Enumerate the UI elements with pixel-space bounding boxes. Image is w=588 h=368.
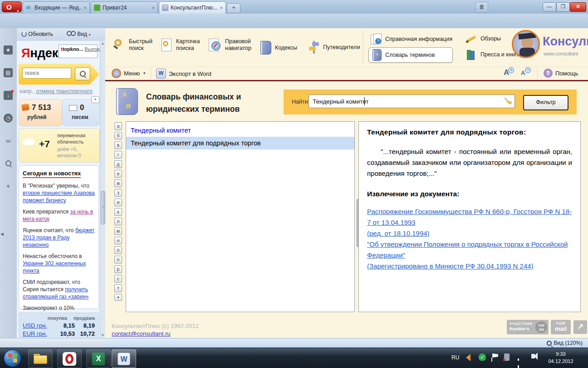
yandex-search-input[interactable] xyxy=(22,68,71,79)
scroll-down-icon[interactable]: ▼ xyxy=(100,333,105,338)
new-tab-button[interactable]: + xyxy=(227,3,240,13)
scroll-up-icon[interactable]: ▲ xyxy=(100,41,105,46)
news-link[interactable]: Украине 302 населенных пункта xyxy=(23,260,86,274)
alphabet-button-г[interactable]: г xyxy=(114,151,122,159)
opera-menu-button[interactable]: O▼ xyxy=(2,1,22,12)
money-widget[interactable]: 7 513 рублей xyxy=(19,99,62,126)
search-card-button[interactable]: Карточка поиска xyxy=(161,38,200,52)
alphabet-button-б[interactable]: б xyxy=(114,132,122,139)
start-button[interactable] xyxy=(4,349,21,367)
codes-button[interactable]: Кодексы xyxy=(260,41,297,55)
safely-remove-icon[interactable]: ✕ xyxy=(504,353,510,361)
find-input[interactable] xyxy=(309,94,515,108)
alphabet-button-ж[interactable]: ж xyxy=(114,179,122,187)
list-item-selected[interactable]: Тендерный комитет для подрядных торгов xyxy=(126,137,354,149)
help-button[interactable]: ? Помощь xyxy=(544,69,578,78)
excel-taskbar-button[interactable]: X xyxy=(86,349,111,368)
scrollbar-thumb[interactable]: ≡ xyxy=(101,191,105,224)
action-center-flag-icon[interactable] xyxy=(492,353,498,358)
alphabet-button-о[interactable]: о xyxy=(114,246,122,254)
top-mail-badge[interactable]: TOP mail xyxy=(551,320,571,334)
weather-widget[interactable]: +7 переменная облачность днём +5, вечеро… xyxy=(19,128,100,163)
list-item[interactable]: Тендерный комитет xyxy=(126,124,354,137)
alphabet-button-к[interactable]: к xyxy=(114,208,122,216)
speaker-icon[interactable] xyxy=(531,354,535,358)
tab-close-icon[interactable]: × xyxy=(152,5,155,10)
reference-info-button[interactable]: ? Справочная информация xyxy=(371,34,452,45)
alphabet-button-е[interactable]: е xyxy=(114,170,122,178)
contact-email-link[interactable]: contact@consultant.ru xyxy=(112,330,171,337)
minimize-button[interactable]: — xyxy=(543,2,556,12)
document-link[interactable]: (ред. от 18.10.1994) xyxy=(367,228,572,239)
close-button[interactable]: ✕ xyxy=(570,2,586,12)
alphabet-button-з[interactable]: з xyxy=(114,189,122,197)
collapse-panel-arrow[interactable]: ◀ xyxy=(0,232,4,236)
folder-icon xyxy=(34,354,47,364)
volume-mixer-icon[interactable] xyxy=(466,354,470,361)
history-icon[interactable]: ◷ xyxy=(4,114,13,123)
opera-taskbar-button[interactable] xyxy=(57,349,82,368)
font-decrease-button[interactable]: A − xyxy=(521,70,531,76)
alphabet-button-и[interactable]: и xyxy=(114,199,122,206)
hint-link[interactable]: отмена транспортного xyxy=(36,88,92,94)
export-word-button[interactable]: W Экспорт в Word xyxy=(156,69,211,79)
tab-privat24[interactable]: Приват24 × xyxy=(91,1,158,14)
clock[interactable]: 9:33 04.12.2012 xyxy=(540,350,582,365)
closed-tabs-trash-button[interactable]: 🗑 xyxy=(475,2,488,13)
restore-button[interactable]: ❐ xyxy=(556,2,570,12)
logout-link[interactable]: Выход xyxy=(85,46,100,52)
yandex-search-button[interactable] xyxy=(75,67,90,80)
explorer-taskbar-button[interactable] xyxy=(28,349,53,368)
refresh-button[interactable]: Обновить xyxy=(21,31,53,37)
username[interactable]: ttopkno... xyxy=(61,46,83,52)
language-indicator[interactable]: RU xyxy=(451,354,459,361)
rambler-top100-badge[interactable]: УЧАСТНИК Rambler's TOP 100 xyxy=(507,320,549,334)
panel-search-icon[interactable] xyxy=(4,159,13,168)
filter-button[interactable]: Фильтр xyxy=(523,95,568,110)
legal-navigator-button[interactable]: Правовой навигатор xyxy=(209,38,251,52)
alphabet-button-р[interactable]: р xyxy=(114,265,122,273)
alphabet-button-с[interactable]: с xyxy=(114,275,122,283)
document-link[interactable]: (Зарегистрировано в Минюсте РФ 30.04.199… xyxy=(367,261,572,272)
alphabet-button-а[interactable]: а xyxy=(114,122,122,130)
menu-button[interactable]: Меню ▼ xyxy=(112,69,146,78)
view-menu-button[interactable]: Вид ▾ xyxy=(67,31,90,37)
download-manager-icon[interactable]: ✓ xyxy=(479,353,486,361)
links-icon[interactable]: ∞ xyxy=(4,136,13,145)
alphabet-button-п[interactable]: п xyxy=(114,256,122,264)
currency-link[interactable]: USD грн. xyxy=(23,322,55,329)
word-taskbar-button[interactable]: W xyxy=(112,349,136,368)
panel-scrollbar[interactable]: ▲ ≡ ▼ xyxy=(100,41,105,338)
alphabet-button-н[interactable]: н xyxy=(114,237,122,244)
alphabet-button-д[interactable]: д xyxy=(114,160,122,168)
mail-widget[interactable]: 0 писем xyxy=(62,99,99,126)
clear-broom-icon[interactable] xyxy=(505,97,513,106)
font-increase-button[interactable]: A + xyxy=(504,68,514,77)
document-link[interactable]: "Об утверждении Положения о подрядных то… xyxy=(367,239,572,261)
document-link[interactable]: Распоряжение Госкомимущества РФ N 660-р,… xyxy=(367,206,572,228)
tab-close-icon[interactable]: × xyxy=(84,5,87,10)
bookmarks-icon[interactable]: ★ xyxy=(4,45,13,55)
news-link[interactable]: второе пришествие Азарова поможет бизнес… xyxy=(23,190,95,204)
alphabet-button-в[interactable]: в xyxy=(114,141,122,149)
notes-icon[interactable]: ▤ xyxy=(4,68,13,77)
press-books-button[interactable]: Пресса и книги xyxy=(466,49,520,60)
alphabet-button-л[interactable]: л xyxy=(114,218,122,225)
alphabet-button-м[interactable]: м xyxy=(114,227,122,235)
tab-close-icon[interactable]: × xyxy=(220,5,223,10)
guides-button[interactable]: Путеводители xyxy=(309,41,360,54)
currency-link[interactable]: EUR грн. xyxy=(23,330,55,337)
reviews-button[interactable]: Обзоры xyxy=(466,34,501,44)
downloads-icon[interactable]: ↓ xyxy=(4,91,13,100)
widget-dropdown-button[interactable]: ▾ xyxy=(91,96,99,103)
quick-search-button[interactable]: Быстрый поиск xyxy=(113,38,152,52)
tab-consultant[interactable]: КонсультантПлю... × xyxy=(159,1,226,14)
tab-mail[interactable]: ✉ Входящие — Янд... × xyxy=(23,1,90,14)
network-signal-icon[interactable] xyxy=(518,354,519,368)
alphabet-button-т[interactable]: т xyxy=(114,284,122,292)
dictionary-terms-button[interactable]: А Словарь терминов xyxy=(368,47,453,63)
add-panel-icon[interactable]: + xyxy=(4,182,13,191)
zoom-control[interactable]: Вид (120%) xyxy=(547,340,583,346)
alphabet-more-button[interactable]: ▼ xyxy=(114,294,122,301)
counter-badge[interactable]: ↗ xyxy=(573,320,587,334)
